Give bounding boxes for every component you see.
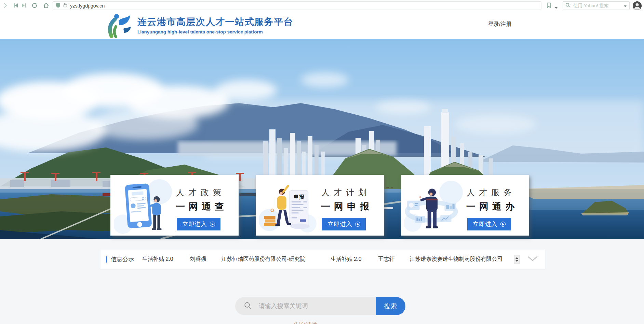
lower-section: 信息公示 生活补贴 2.0 刘睿强 江苏恒瑞医药股份有限公司-研究院 生活补贴 … [0, 239, 644, 324]
card-title-line1: 人才政策 [172, 187, 225, 198]
announcement-item: 生活补贴 2.0 刘睿强 江苏恒瑞医药股份有限公司-研究院 [134, 256, 305, 263]
site-search-input[interactable] [259, 302, 376, 310]
chevron-right-icon[interactable] [3, 3, 8, 10]
shield-icon[interactable] [56, 2, 61, 9]
announcement-item: 生活补贴 2.0 王志轩 江苏诺泰澳赛诺生物制药股份有限公司 [305, 256, 503, 263]
site-header: 连云港市高层次人才一站式服务平台 Lianyungang high-level … [0, 11, 644, 39]
enter-button-label: 立即进入 [473, 220, 498, 228]
section-tick-icon [106, 256, 107, 263]
card-talent-service: 人才服务 一网通办 立即进入 [401, 175, 529, 236]
announcement-org: 江苏诺泰澳赛诺生物制药股份有限公司 [410, 256, 503, 262]
search-caret-icon [565, 3, 571, 9]
site-title-block: 连云港市高层次人才一站式服务平台 Lianyungang high-level … [137, 16, 293, 34]
search-icon [244, 302, 251, 310]
stepper-down-icon[interactable] [515, 260, 518, 262]
announcement-org: 江苏恒瑞医药股份有限公司-研究院 [222, 256, 305, 262]
card-title-line2: 一网通办 [462, 200, 516, 213]
declare-document-illustration: 申报 [259, 178, 318, 234]
announcement-label: 信息公示 [111, 255, 134, 263]
browser-search-box[interactable] [563, 1, 630, 10]
announcement-stepper[interactable] [514, 255, 520, 264]
profile-avatar[interactable] [633, 1, 642, 10]
card-text-block: 人才政策 一网通查 立即进入 [172, 187, 225, 230]
skip-forward-icon[interactable] [21, 3, 27, 10]
card-talent-policy: 人才政策 一网通查 立即进入 [110, 175, 239, 236]
enter-now-button[interactable]: 立即进入 [467, 218, 511, 230]
site-title: 连云港市高层次人才一站式服务平台 [137, 16, 293, 28]
site-search-button[interactable]: 搜索 [376, 297, 405, 315]
login-register-link[interactable]: 登录/注册 [488, 21, 511, 28]
play-circle-icon [210, 222, 215, 227]
skip-back-icon[interactable] [13, 3, 18, 10]
partial-bottom-link[interactable]: 住房公积金 [294, 321, 335, 324]
card-talent-program: 申报 人才计划 一网申报 立即进入 [256, 175, 384, 236]
play-circle-icon [355, 222, 360, 227]
card-text-block: 人才服务 一网通办 立即进入 [462, 187, 516, 230]
phone-search-illustration [114, 178, 173, 234]
home-icon[interactable] [43, 2, 49, 10]
feature-cards-row: 人才政策 一网通查 立即进入 申报 [110, 175, 529, 236]
bookmark-caret-icon[interactable] [554, 4, 558, 11]
card-title-line2: 一网通查 [172, 200, 225, 213]
enter-button-label: 立即进入 [183, 220, 207, 228]
address-bar[interactable]: yzs.lygdj.gov.cn [53, 1, 541, 10]
search-dropdown-caret-icon[interactable] [623, 3, 627, 9]
card-title-line1: 人才计划 [317, 187, 371, 198]
refresh-icon[interactable] [31, 2, 38, 10]
service-hologram-illustration [404, 178, 463, 234]
announcement-name: 刘睿强 [190, 256, 206, 262]
announcement-policy: 生活补贴 2.0 [142, 256, 173, 262]
announcement-name: 王志轩 [378, 256, 394, 262]
site-subtitle: Lianyungang high-level talents one-stop … [137, 29, 293, 34]
announcement-bar: 信息公示 生活补贴 2.0 刘睿强 江苏恒瑞医药股份有限公司-研究院 生活补贴 … [100, 250, 545, 269]
play-circle-icon [500, 222, 506, 227]
browser-toolbar: yzs.lygdj.gov.cn [0, 0, 644, 11]
card-title-line1: 人才服务 [462, 187, 516, 198]
browser-search-input[interactable] [573, 3, 621, 8]
bookmark-icon[interactable] [547, 2, 551, 10]
site-search-bar: 搜索 [235, 297, 405, 315]
doc-label-text: 申报 [294, 194, 304, 200]
enter-now-button[interactable]: 立即进入 [177, 218, 220, 230]
site-logo-icon [104, 13, 134, 40]
lock-icon[interactable] [63, 2, 67, 9]
chevron-down-icon[interactable] [527, 256, 538, 263]
announcement-controls [514, 255, 545, 264]
url-text: yzs.lygdj.gov.cn [70, 3, 105, 9]
announcement-policy: 生活补贴 2.0 [331, 256, 362, 262]
card-title-line2: 一网申报 [317, 200, 371, 213]
enter-now-button[interactable]: 立即进入 [322, 218, 366, 230]
stepper-up-icon[interactable] [515, 257, 518, 259]
card-text-block: 人才计划 一网申报 立即进入 [317, 187, 371, 230]
enter-button-label: 立即进入 [328, 220, 352, 228]
